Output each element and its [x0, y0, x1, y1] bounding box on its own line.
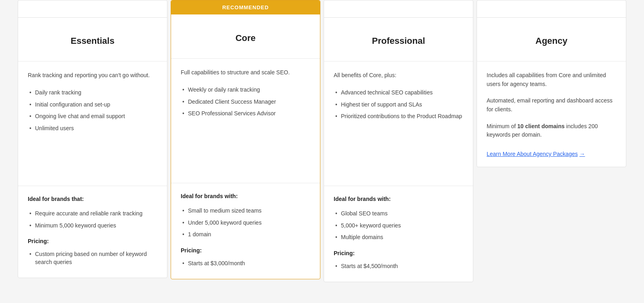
list-item: Advanced technical SEO capabilities — [334, 87, 463, 99]
professional-ideal-heading: Ideal for brands with: — [334, 196, 463, 202]
professional-description: All benefits of Core, plus: — [334, 71, 463, 80]
list-item: Multiple domains — [334, 231, 463, 244]
list-item: Dedicated Client Success Manager — [181, 96, 310, 108]
core-features: Weekly or daily rank tracking Dedicated … — [181, 84, 310, 120]
essentials-pricing-heading: Pricing: — [28, 238, 157, 244]
essentials-pricing-list: Custom pricing based on number of keywor… — [28, 248, 157, 268]
professional-ideal-list: Global SEO teams 5,000+ keyword queries … — [334, 208, 463, 244]
core-description: Full capabilities to structure and scale… — [181, 68, 310, 77]
core-pricing-heading: Pricing: — [181, 247, 310, 254]
essentials-title: Essentials — [71, 36, 115, 46]
agency-desc1: Includes all capabilities from Core and … — [487, 71, 616, 88]
essentials-description: Rank tracking and reporting you can't go… — [28, 71, 157, 80]
list-item: Daily rank tracking — [28, 87, 157, 99]
professional-pricing-list: Starts at $4,500/month — [334, 260, 463, 272]
list-item: 5,000+ keyword queries — [334, 220, 463, 232]
recommended-badge: RECOMMENDED — [171, 0, 320, 14]
agency-desc3-bold: 10 client domains — [517, 123, 564, 129]
list-item: Highest tier of support and SLAs — [334, 99, 463, 111]
core-footer: Ideal for brands with: Small to medium s… — [171, 183, 320, 279]
list-item: Initial configuration and set-up — [28, 99, 157, 111]
list-item: Require accurate and reliable rank track… — [28, 208, 157, 220]
list-item: Custom pricing based on number of keywor… — [28, 248, 157, 268]
core-body: Full capabilities to structure and scale… — [171, 59, 320, 183]
core-title: Core — [235, 33, 256, 43]
essentials-header: Essentials — [18, 17, 167, 61]
list-item: Starts at $4,500/month — [334, 260, 463, 272]
core-header: Core — [171, 14, 320, 59]
agency-desc3: Minimum of 10 client domains includes 20… — [487, 122, 616, 139]
professional-body: All benefits of Core, plus: Advanced tec… — [324, 61, 473, 186]
agency-learn-more-link[interactable]: Learn More About Agency Packages→ — [487, 151, 585, 157]
essentials-ideal-heading: Ideal for brands that: — [28, 196, 157, 202]
core-ideal-list: Small to medium sized teams Under 5,000 … — [181, 205, 310, 241]
list-item: Global SEO teams — [334, 208, 463, 220]
core-pricing-list: Starts at $3,000/month — [181, 258, 310, 270]
core-ideal-heading: Ideal for brands with: — [181, 193, 310, 199]
list-item: Under 5,000 keyword queries — [181, 217, 310, 229]
plan-agency: Agency Includes all capabilities from Co… — [477, 0, 626, 167]
agency-desc2: Automated, email reporting and dashboard… — [487, 96, 616, 114]
list-item: 1 domain — [181, 229, 310, 241]
plan-essentials: Essentials Rank tracking and reporting y… — [18, 0, 167, 278]
essentials-footer: Ideal for brands that: Require accurate … — [18, 186, 167, 278]
list-item: Prioritized contributions to the Product… — [334, 111, 463, 123]
agency-title: Agency — [535, 36, 567, 46]
agency-link-text: Learn More About Agency Packages — [487, 151, 578, 157]
list-item: Unlimited users — [28, 123, 157, 135]
agency-header: Agency — [477, 17, 626, 61]
professional-header: Professional — [324, 17, 473, 61]
essentials-features: Daily rank tracking Initial configuratio… — [28, 87, 157, 134]
professional-pricing-heading: Pricing: — [334, 250, 463, 256]
agency-link-arrow: → — [579, 151, 585, 157]
list-item: Minimum 5,000 keyword queries — [28, 220, 157, 232]
professional-features: Advanced technical SEO capabilities High… — [334, 87, 463, 123]
agency-desc3-prefix: Minimum of — [487, 123, 517, 129]
list-item: Weekly or daily rank tracking — [181, 84, 310, 96]
essentials-ideal-list: Require accurate and reliable rank track… — [28, 208, 157, 231]
list-item: SEO Professional Services Advisor — [181, 108, 310, 120]
agency-body: Includes all capabilities from Core and … — [477, 61, 626, 167]
list-item: Starts at $3,000/month — [181, 258, 310, 270]
plan-professional: Professional All benefits of Core, plus:… — [324, 0, 473, 282]
page-wrapper: Essentials Rank tracking and reporting y… — [0, 0, 644, 303]
professional-title: Professional — [372, 36, 425, 46]
list-item: Ongoing live chat and email support — [28, 111, 157, 123]
essentials-body: Rank tracking and reporting you can't go… — [18, 61, 167, 186]
list-item: Small to medium sized teams — [181, 205, 310, 217]
professional-footer: Ideal for brands with: Global SEO teams … — [324, 186, 473, 282]
plans-container: Essentials Rank tracking and reporting y… — [16, 0, 628, 303]
plan-core: RECOMMENDED Core Full capabilities to st… — [171, 0, 320, 279]
